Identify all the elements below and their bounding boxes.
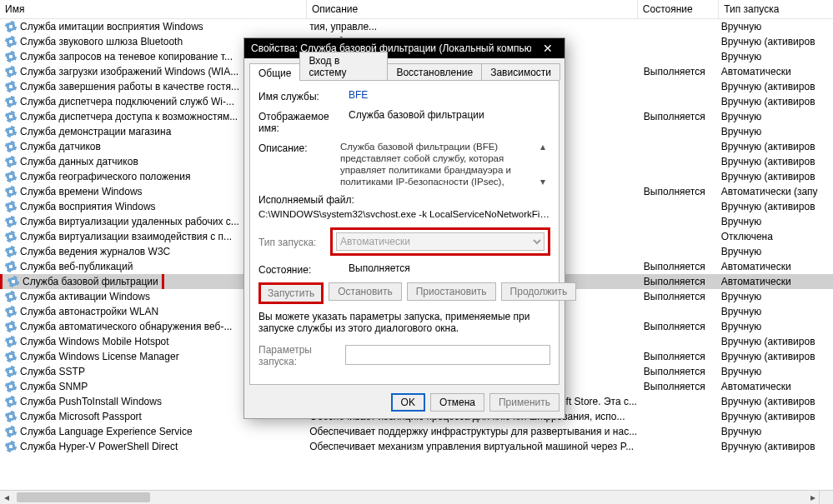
- highlight-start-type: Автоматически: [330, 227, 550, 256]
- select-start-type[interactable]: Автоматически: [336, 232, 544, 251]
- table-row[interactable]: Служба Hyper-V PowerShell DirectОбеспечи…: [0, 439, 833, 454]
- dialog-titlebar[interactable]: Свойства: Служба базовой фильтрации (Лок…: [244, 38, 565, 58]
- service-name-label: Служба SSTP: [20, 364, 85, 379]
- service-state-cell: [644, 79, 721, 94]
- gear-icon: [5, 291, 17, 302]
- gear-icon: [5, 126, 17, 137]
- service-start-type-cell: Вручную (активиров: [721, 409, 833, 424]
- service-name-label: Служба имитации восприятия Windows: [20, 19, 203, 34]
- table-row[interactable]: Служба Language Experience ServiceОбеспе…: [0, 424, 833, 439]
- service-state-cell: [644, 124, 721, 139]
- scrollbar-corner: [819, 490, 833, 504]
- gear-icon: [5, 216, 17, 227]
- service-start-type-cell: Вручную: [721, 19, 833, 34]
- value-state: Выполняется: [349, 262, 550, 274]
- button-stop[interactable]: Остановить: [329, 282, 402, 301]
- service-name-cell[interactable]: Служба имитации восприятия Windows: [0, 19, 309, 34]
- gear-icon: [5, 51, 17, 62]
- table-row[interactable]: Служба имитации восприятия Windowsтия, у…: [0, 19, 833, 34]
- service-name-label: Служба базовой фильтрации: [23, 277, 158, 287]
- scroll-right-icon[interactable]: ▸: [806, 491, 820, 504]
- service-desc-cell: тия, управле...: [309, 19, 644, 34]
- gear-icon: [8, 276, 19, 287]
- gear-icon: [5, 81, 17, 92]
- gear-icon: [5, 246, 17, 257]
- service-state-cell: Выполняется: [644, 64, 721, 79]
- tab-general[interactable]: Общие: [249, 63, 300, 81]
- service-state-cell: Выполняется: [644, 319, 721, 334]
- service-name-label: Служба демонстрации магазина: [20, 124, 171, 139]
- service-start-type-cell: Вручную (активиров: [721, 439, 833, 454]
- service-name-label: Служба звукового шлюза Bluetooth: [20, 34, 183, 49]
- service-name-label: Служба диспетчера доступа к возможностям…: [20, 109, 238, 124]
- service-desc-cell: Обеспечивает механизм управления виртуал…: [309, 439, 644, 454]
- service-state-cell: [644, 424, 721, 439]
- description-text: Служба базовой фильтрации (BFE) представ…: [340, 142, 511, 187]
- service-start-type-cell: Вручную: [721, 124, 833, 139]
- value-display-name: Служба базовой фильтрации: [349, 109, 550, 121]
- description-scrollbar[interactable]: ▴ ▾: [540, 141, 550, 187]
- gear-icon: [5, 441, 17, 452]
- service-name-label: Служба данных датчиков: [20, 154, 138, 169]
- scroll-down-icon[interactable]: ▾: [540, 176, 550, 187]
- gear-icon: [5, 366, 17, 377]
- startup-params-hint: Вы можете указать параметры запуска, при…: [258, 311, 550, 334]
- service-start-type-cell: Вручную: [721, 364, 833, 379]
- service-name-label: Служба Windows Mobile Hotspot: [20, 334, 169, 349]
- service-name-label: Служба времени Windows: [20, 184, 143, 199]
- button-cancel[interactable]: Отмена: [430, 393, 484, 412]
- gear-icon: [5, 381, 17, 392]
- service-state-cell: [644, 34, 721, 49]
- service-name-label: Служба датчиков: [20, 139, 101, 154]
- gear-icon: [5, 306, 17, 317]
- scrollbar-thumb[interactable]: [17, 492, 150, 502]
- value-service-name: BFE: [349, 89, 550, 101]
- service-start-type-cell: Автоматически (запу: [721, 184, 833, 199]
- service-name-label: Служба ведения журналов W3C: [20, 244, 170, 259]
- service-state-cell: [644, 169, 721, 184]
- service-state-cell: [644, 214, 721, 229]
- button-ok[interactable]: OK: [391, 393, 425, 412]
- service-state-cell: Выполняется: [644, 184, 721, 199]
- service-name-cell[interactable]: Служба Hyper-V PowerShell Direct: [0, 439, 309, 454]
- service-start-type-cell: Вручную: [721, 424, 833, 439]
- service-state-cell: [644, 439, 721, 454]
- tab-logon[interactable]: Вход в систему: [299, 52, 388, 80]
- gear-icon: [5, 426, 17, 437]
- service-state-cell: Выполняется: [644, 259, 721, 274]
- service-state-cell: [644, 409, 721, 424]
- button-start[interactable]: Запустить: [258, 282, 324, 304]
- service-start-type-cell: Вручную: [721, 289, 833, 304]
- service-state-cell: [644, 244, 721, 259]
- close-icon[interactable]: ✕: [531, 38, 565, 58]
- input-params[interactable]: [345, 345, 550, 365]
- service-start-type-cell: Вручную: [721, 244, 833, 259]
- tab-dependencies[interactable]: Зависимости: [481, 63, 560, 80]
- column-header-start[interactable]: Тип запуска: [719, 0, 833, 18]
- column-header-name[interactable]: Имя: [0, 0, 307, 18]
- service-state-cell: [644, 199, 721, 214]
- scroll-up-icon[interactable]: ▴: [540, 141, 550, 152]
- service-name-label: Служба Language Experience Service: [20, 424, 193, 439]
- service-name-label: Служба виртуализации взаимодействия с п.…: [20, 229, 232, 244]
- gear-icon: [5, 321, 17, 332]
- horizontal-scrollbar[interactable]: ◂ ▸: [0, 490, 820, 504]
- scroll-left-icon[interactable]: ◂: [0, 491, 13, 504]
- column-header-desc[interactable]: Описание: [307, 0, 638, 18]
- button-pause[interactable]: Приостановить: [407, 282, 496, 301]
- service-name-label: Служба активации Windows: [20, 289, 150, 304]
- column-header-state[interactable]: Состояние: [638, 0, 719, 18]
- service-state-cell: [644, 49, 721, 64]
- service-name-cell[interactable]: Служба Language Experience Service: [0, 424, 309, 439]
- service-start-type-cell: Вручную (активиров: [721, 79, 833, 94]
- service-name-label: Служба Hyper-V PowerShell Direct: [20, 439, 178, 454]
- service-properties-dialog: Свойства: Служба базовой фильтрации (Лок…: [243, 37, 565, 419]
- button-resume[interactable]: Продолжить: [501, 282, 577, 301]
- services-columns-header: Имя Описание Состояние Тип запуска: [0, 0, 833, 19]
- service-state-cell: [644, 154, 721, 169]
- service-start-type-cell: Вручную (активиров: [721, 394, 833, 409]
- dialog-tabs: Общие Вход в систему Восстановление Зави…: [249, 62, 560, 81]
- value-description: Служба базовой фильтрации (BFE) представ…: [340, 141, 550, 187]
- button-apply[interactable]: Применить: [489, 393, 560, 412]
- tab-recovery[interactable]: Восстановление: [387, 63, 482, 80]
